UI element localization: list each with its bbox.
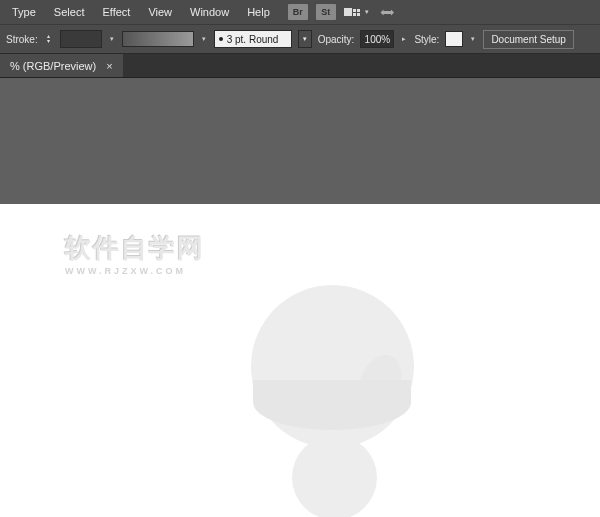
style-label: Style: bbox=[414, 34, 439, 45]
workspace-switcher-icon[interactable]: ▾ bbox=[344, 8, 371, 16]
watermark-cn: 软件自学网 bbox=[65, 231, 205, 266]
chevron-down-icon[interactable]: ▾ bbox=[469, 35, 477, 43]
chevron-down-icon[interactable]: ▾ bbox=[108, 35, 116, 43]
watermark: 软件自学网 WWW.RJZXW.COM bbox=[65, 231, 205, 276]
menu-type[interactable]: Type bbox=[4, 2, 44, 22]
document-tab-label: % (RGB/Preview) bbox=[10, 60, 96, 72]
stroke-weight-stepper[interactable]: ▴▾ bbox=[44, 31, 54, 47]
document-tabstrip: % (RGB/Preview) × bbox=[0, 54, 600, 78]
menu-window[interactable]: Window bbox=[182, 2, 237, 22]
chevron-down-icon[interactable]: ▾ bbox=[200, 35, 208, 43]
opacity-input[interactable]: 100% bbox=[360, 30, 394, 48]
menu-select[interactable]: Select bbox=[46, 2, 93, 22]
chevron-down-icon[interactable]: ▾ bbox=[298, 30, 312, 48]
document-tab[interactable]: % (RGB/Preview) × bbox=[0, 54, 124, 77]
opacity-label: Opacity: bbox=[318, 34, 355, 45]
menu-effect[interactable]: Effect bbox=[94, 2, 138, 22]
stroke-label: Stroke: bbox=[6, 34, 38, 45]
sync-icon[interactable] bbox=[379, 4, 397, 20]
ellipse-shape-small[interactable] bbox=[292, 435, 377, 517]
document-setup-button[interactable]: Document Setup bbox=[483, 30, 574, 49]
chevron-right-icon[interactable]: ▸ bbox=[400, 35, 408, 43]
stroke-color-swatch[interactable] bbox=[60, 30, 102, 48]
brush-definition-value: 3 pt. Round bbox=[227, 34, 279, 45]
artboard[interactable]: 软件自学网 WWW.RJZXW.COM bbox=[0, 204, 600, 517]
menu-view[interactable]: View bbox=[140, 2, 180, 22]
menubar: Type Select Effect View Window Help Br S… bbox=[0, 0, 600, 24]
bridge-badge[interactable]: Br bbox=[288, 4, 308, 20]
stock-badge[interactable]: St bbox=[316, 4, 336, 20]
dot-icon bbox=[219, 37, 223, 41]
close-icon[interactable]: × bbox=[106, 60, 112, 72]
watermark-en: WWW.RJZXW.COM bbox=[65, 266, 205, 276]
graphic-style-swatch[interactable] bbox=[445, 31, 463, 47]
variable-width-profile[interactable] bbox=[122, 31, 194, 47]
control-toolbar: Stroke: ▴▾ ▾ ▾ 3 pt. Round ▾ Opacity: 10… bbox=[0, 24, 600, 54]
canvas-pasteboard[interactable] bbox=[0, 78, 600, 204]
brush-definition-select[interactable]: 3 pt. Round bbox=[214, 30, 292, 48]
menu-help[interactable]: Help bbox=[239, 2, 278, 22]
